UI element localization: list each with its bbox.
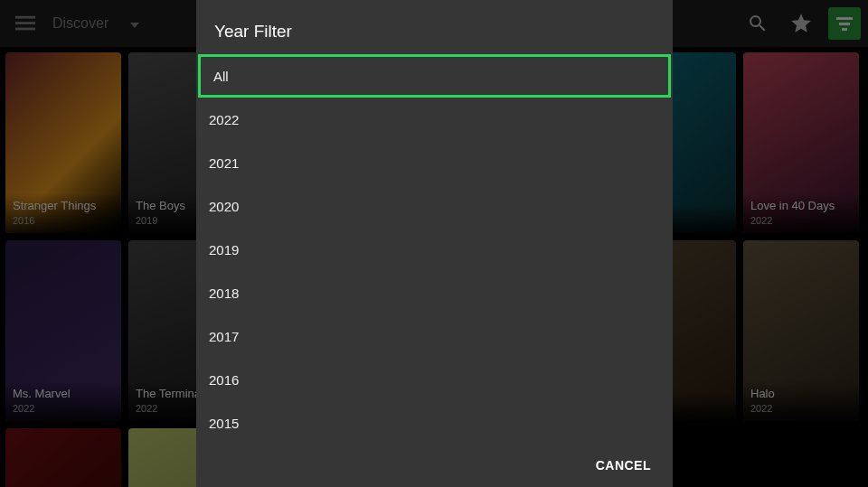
year-option[interactable]: 2021 bbox=[196, 141, 673, 184]
year-option[interactable]: 2018 bbox=[196, 271, 673, 314]
year-option[interactable]: 2022 bbox=[196, 98, 673, 141]
dialog-options: All20222021202020192018201720162015 bbox=[196, 54, 673, 447]
cancel-button[interactable]: CANCEL bbox=[596, 458, 651, 473]
year-option[interactable]: 2017 bbox=[196, 314, 673, 358]
year-option[interactable]: 2020 bbox=[196, 184, 673, 228]
year-option[interactable]: 2016 bbox=[196, 358, 673, 401]
dialog-title: Year Filter bbox=[196, 0, 673, 54]
year-filter-dialog: Year Filter All2022202120202019201820172… bbox=[196, 0, 673, 487]
year-option[interactable]: 2019 bbox=[196, 228, 673, 271]
year-option[interactable]: 2015 bbox=[196, 401, 673, 445]
year-option[interactable]: All bbox=[198, 54, 671, 98]
